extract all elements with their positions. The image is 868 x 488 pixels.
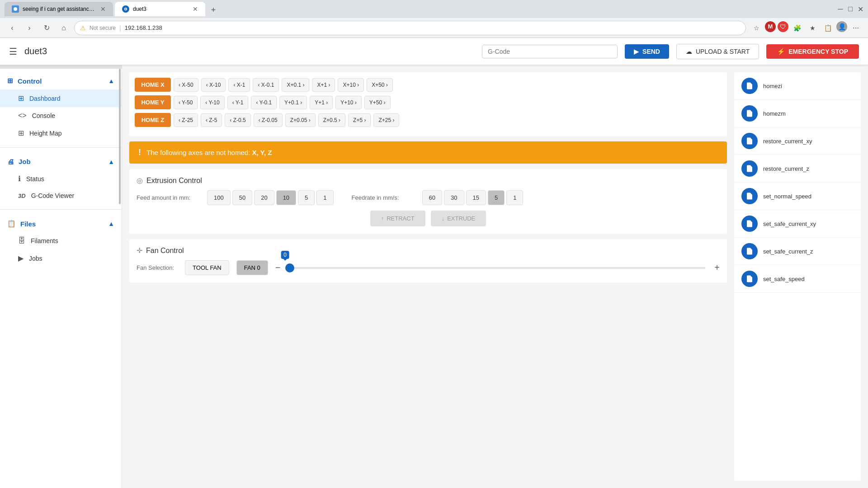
collections-icon[interactable]: 📋 bbox=[821, 21, 835, 35]
sidebar-item-gcodeviewer[interactable]: 3D G-Code Viewer bbox=[0, 188, 122, 204]
bookmark-star-icon[interactable]: ☆ bbox=[750, 21, 763, 35]
browser-tab-1[interactable]: seeing if i can get assistance wit... ✕ bbox=[5, 2, 113, 16]
send-button[interactable]: ▶ SEND bbox=[625, 44, 669, 59]
y-jog-n10[interactable]: ‹ Y-10 bbox=[200, 96, 224, 109]
sidebar-item-heightmap[interactable]: ⊞ Height Map bbox=[0, 124, 122, 142]
fan0-button[interactable]: FAN 0 bbox=[236, 260, 268, 275]
z-jog-p25[interactable]: Z+25 › bbox=[373, 113, 399, 127]
macro-name-safe-z: set_safe_current_z bbox=[763, 248, 813, 255]
close-button[interactable]: ✕ bbox=[857, 6, 863, 12]
new-tab-button[interactable]: + bbox=[207, 4, 220, 16]
minimize-button[interactable]: ─ bbox=[837, 6, 844, 12]
retract-button[interactable]: ↑ RETRACT bbox=[370, 211, 425, 226]
sidebar-item-filaments[interactable]: 🗄 Filaments bbox=[0, 232, 122, 249]
z-jog-p0.5[interactable]: Z+0.5 › bbox=[318, 113, 345, 127]
extensions-icon[interactable]: 🧩 bbox=[790, 21, 804, 35]
fan-title: ✛ Fan Control bbox=[137, 246, 720, 255]
hamburger-menu[interactable]: ☰ bbox=[9, 46, 17, 57]
back-button[interactable]: ‹ bbox=[5, 21, 19, 35]
feedrate-15[interactable]: 15 bbox=[466, 190, 486, 205]
y-jog-n1[interactable]: ‹ Y-1 bbox=[227, 96, 249, 109]
x-jog-p10[interactable]: X+10 › bbox=[338, 78, 364, 92]
sidebar-item-jobs[interactable]: ▶ Jobs bbox=[0, 249, 122, 267]
job-category-icon: 🖨 bbox=[7, 158, 14, 165]
macro-restore-current-xy[interactable]: restore_current_xy bbox=[734, 127, 861, 155]
x-jog-n50[interactable]: ‹ X-50 bbox=[174, 78, 198, 92]
feed-100[interactable]: 100 bbox=[207, 190, 231, 205]
fan-slider-thumb[interactable]: 0 bbox=[285, 263, 294, 272]
adblock-icon[interactable]: 🛡 bbox=[778, 21, 788, 32]
home-x-button[interactable]: HOME X bbox=[135, 78, 171, 92]
refresh-button[interactable]: ↻ bbox=[40, 21, 53, 35]
y-jog-n0.1[interactable]: ‹ Y-0.1 bbox=[251, 96, 277, 109]
x-jog-n1[interactable]: ‹ X-1 bbox=[228, 78, 250, 92]
feed-5[interactable]: 5 bbox=[298, 190, 315, 205]
x-jog-p0.1[interactable]: X+0.1 › bbox=[282, 78, 309, 92]
y-jog-p10[interactable]: Y+10 › bbox=[335, 96, 362, 109]
macro-homezm[interactable]: homezm bbox=[734, 100, 861, 127]
tool-fan-button[interactable]: TOOL FAN bbox=[185, 260, 229, 275]
upload-start-button[interactable]: ☁ UPLOAD & START bbox=[676, 44, 759, 59]
z-jog-n0.5[interactable]: ‹ Z-0.5 bbox=[225, 113, 250, 127]
macro-set-safe-current-xy[interactable]: set_safe_current_xy bbox=[734, 210, 861, 238]
profile-avatar[interactable]: 👤 bbox=[836, 21, 847, 32]
x-jog-n10[interactable]: ‹ X-10 bbox=[201, 78, 226, 92]
y-axis-row: HOME Y ‹ Y-50 ‹ Y-10 ‹ Y-1 ‹ Y-0.1 Y+0.1… bbox=[135, 95, 722, 109]
x-jog-p1[interactable]: X+1 › bbox=[312, 78, 335, 92]
x-jog-n0.1[interactable]: ‹ X-0.1 bbox=[253, 78, 279, 92]
tab-close-2[interactable]: ✕ bbox=[193, 6, 198, 12]
m-icon[interactable]: M bbox=[765, 21, 776, 32]
macro-set-normal-speed[interactable]: set_normal_speed bbox=[734, 183, 861, 210]
y-jog-p0.1[interactable]: Y+0.1 › bbox=[279, 96, 307, 109]
z-jog-p0.05[interactable]: Z+0.05 › bbox=[285, 113, 316, 127]
svg-point-2 bbox=[125, 9, 127, 10]
x-axis-row: HOME X ‹ X-50 ‹ X-10 ‹ X-1 ‹ X-0.1 X+0.1… bbox=[135, 78, 722, 92]
emergency-stop-button[interactable]: ⚡ EMERGENCY STOP bbox=[766, 44, 859, 59]
z-jog-n0.05[interactable]: ‹ Z-0.05 bbox=[254, 113, 283, 127]
feedrate-60[interactable]: 60 bbox=[422, 190, 442, 205]
y-jog-p50[interactable]: Y+50 › bbox=[364, 96, 391, 109]
sidebar-item-dashboard[interactable]: ⊞ Dashboard bbox=[0, 89, 122, 107]
home-button[interactable]: ⌂ bbox=[57, 21, 71, 35]
feed-20[interactable]: 20 bbox=[254, 190, 274, 205]
home-z-button[interactable]: HOME Z bbox=[135, 113, 171, 127]
address-bar[interactable]: ⚠ Not secure | 192.168.1.238 bbox=[74, 21, 746, 35]
sidebar-item-status[interactable]: ℹ Status bbox=[0, 170, 122, 188]
fan-slider-track[interactable]: 0 bbox=[290, 267, 706, 269]
control-chevron-icon: ▲ bbox=[108, 77, 114, 84]
sidebar-section-files: 📋 Files ▲ 🗄 Filaments ▶ Jobs bbox=[0, 211, 122, 271]
tab-close-1[interactable]: ✕ bbox=[100, 6, 106, 12]
fan-slider-container: − 0 + bbox=[275, 263, 720, 273]
feedrate-1[interactable]: 1 bbox=[506, 190, 523, 205]
feed-10[interactable]: 10 bbox=[276, 190, 296, 205]
macro-set-safe-current-z[interactable]: set_safe_current_z bbox=[734, 238, 861, 265]
fan-slider-minus[interactable]: − bbox=[275, 263, 281, 273]
z-jog-n5[interactable]: ‹ Z-5 bbox=[201, 113, 222, 127]
macro-set-safe-speed[interactable]: set_safe_speed bbox=[734, 265, 861, 293]
feedrate-30[interactable]: 30 bbox=[444, 190, 464, 205]
feed-50[interactable]: 50 bbox=[232, 190, 252, 205]
gcode-input[interactable] bbox=[482, 45, 618, 58]
fan-slider-plus[interactable]: + bbox=[714, 263, 720, 273]
x-jog-p50[interactable]: X+50 › bbox=[367, 78, 393, 92]
home-y-button[interactable]: HOME Y bbox=[135, 95, 171, 109]
extrude-button[interactable]: ↓ EXTRUDE bbox=[431, 211, 486, 226]
forward-button[interactable]: › bbox=[23, 21, 36, 35]
maximize-button[interactable]: □ bbox=[847, 6, 854, 12]
sidebar-category-control[interactable]: ⊞ Control ▲ bbox=[0, 72, 122, 89]
sidebar-category-files[interactable]: 📋 Files ▲ bbox=[0, 215, 122, 232]
macro-restore-current-z[interactable]: restore_current_z bbox=[734, 155, 861, 183]
sidebar-category-job[interactable]: 🖨 Job ▲ bbox=[0, 153, 122, 170]
y-jog-p1[interactable]: Y+1 › bbox=[310, 96, 333, 109]
z-jog-p5[interactable]: Z+5 › bbox=[348, 113, 371, 127]
macro-homezi[interactable]: homezi bbox=[734, 72, 861, 100]
browser-tab-2[interactable]: duet3 ✕ bbox=[115, 2, 205, 16]
extrude-icon: ↓ bbox=[442, 215, 445, 222]
z-jog-n25[interactable]: ‹ Z-25 bbox=[174, 113, 198, 127]
y-jog-n50[interactable]: ‹ Y-50 bbox=[174, 96, 198, 109]
feed-1[interactable]: 1 bbox=[316, 190, 333, 205]
sidebar-item-console[interactable]: <> Console bbox=[0, 107, 122, 124]
favorites-icon[interactable]: ★ bbox=[806, 21, 819, 35]
settings-menu-icon[interactable]: ⋯ bbox=[849, 21, 863, 35]
feedrate-5[interactable]: 5 bbox=[488, 190, 505, 205]
